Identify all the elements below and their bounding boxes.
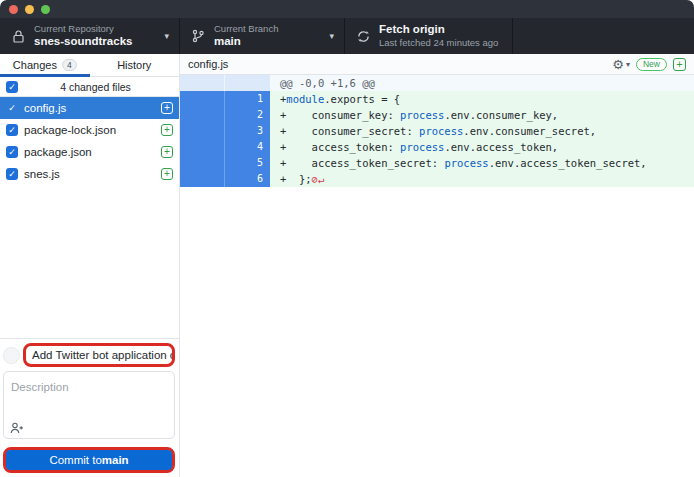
diff-gutter-old[interactable]	[180, 171, 225, 187]
diff-gutter-old[interactable]	[180, 123, 225, 139]
code-keyword: process	[419, 125, 463, 137]
chevron-down-icon: ▾	[164, 31, 169, 41]
expand-diff-button[interactable]: +	[673, 58, 686, 71]
lock-icon	[10, 30, 26, 43]
file-row[interactable]: ✓snes.js+	[0, 163, 179, 185]
diff-line-number[interactable]: 3	[225, 123, 270, 139]
git-branch-icon	[190, 29, 206, 43]
current-repository-button[interactable]: Current Repository snes-soundtracks ▾	[0, 18, 180, 54]
diff-gutter-old[interactable]	[180, 107, 225, 123]
chevron-down-icon: ▾	[329, 31, 334, 41]
gear-icon: ⚙	[612, 58, 624, 71]
close-button[interactable]	[9, 5, 18, 14]
repository-name: snes-soundtracks	[34, 35, 160, 49]
hunk-header-row: @@ -0,0 +1,6 @@	[180, 75, 694, 91]
repository-label: Current Repository	[34, 23, 160, 34]
hunk-gutter	[225, 75, 270, 91]
file-list: ✓config.js+✓package-lock.json+✓package.j…	[0, 97, 179, 185]
code-keyword: process	[400, 109, 444, 121]
annotation-summary-highlight: Add Twitter bot application code	[23, 343, 175, 367]
fetch-label: Fetch origin	[379, 23, 502, 37]
description-placeholder: Description	[11, 381, 69, 393]
file-checkbox[interactable]: ✓	[6, 146, 18, 158]
file-name: config.js	[24, 102, 155, 114]
added-file-icon: +	[161, 124, 173, 136]
sync-icon	[355, 30, 371, 43]
fetch-status: Last fetched 24 minutes ago	[379, 37, 502, 48]
annotation-commit-highlight: Commit to main	[3, 447, 175, 473]
toolbar-spacer	[513, 18, 694, 54]
diff-line-number[interactable]: 1	[225, 91, 270, 107]
tab-bar: Changes 4 History	[0, 54, 179, 77]
tab-changes[interactable]: Changes 4	[0, 54, 90, 76]
changed-files-count: 4 changed files	[18, 81, 173, 93]
code-segment: + };	[280, 173, 312, 185]
code-keyword: process	[400, 141, 444, 153]
diff-line: 3+ consumer_secret: process.env.consumer…	[180, 123, 694, 139]
diff-line-code: + };⊘↵	[270, 171, 694, 187]
diff-line-code: + consumer_key: process.env.consumer_key…	[270, 107, 694, 123]
new-file-badge: New	[636, 58, 667, 71]
sidebar: Changes 4 History ✓ 4 changed files ✓con…	[0, 54, 180, 477]
added-file-icon: +	[161, 102, 173, 114]
diff-view: @@ -0,0 +1,6 @@ 1+module.exports = {2+ c…	[180, 75, 694, 477]
add-coauthor-button[interactable]	[10, 422, 24, 434]
tab-history-label: History	[117, 59, 151, 71]
file-checkbox[interactable]: ✓	[6, 124, 18, 136]
diff-line-code: + access_token_secret: process.env.acces…	[270, 155, 694, 171]
file-name: snes.js	[24, 168, 155, 180]
file-checkbox[interactable]: ✓	[6, 102, 18, 114]
code-segment: + consumer_key:	[280, 109, 400, 121]
code-segment: .exports = {	[324, 93, 400, 105]
summary-input[interactable]: Add Twitter bot application code	[26, 346, 172, 364]
tab-changes-label: Changes	[13, 59, 57, 71]
branch-name: main	[214, 35, 325, 49]
added-file-icon: +	[161, 146, 173, 158]
added-file-icon: +	[161, 168, 173, 180]
diff-line-number[interactable]: 5	[225, 155, 270, 171]
diff-line-code: + access_token: process.env.access_token…	[270, 139, 694, 155]
minimize-button[interactable]	[25, 5, 34, 14]
diff-file-name: config.js	[188, 58, 612, 70]
commit-button[interactable]: Commit to main	[6, 450, 172, 470]
no-newline-icon: ⊘↵	[312, 173, 325, 185]
file-row[interactable]: ✓package.json+	[0, 141, 179, 163]
diff-line-code: +module.exports = {	[270, 91, 694, 107]
changes-count-badge: 4	[62, 59, 77, 71]
zoom-button[interactable]	[41, 5, 50, 14]
file-checkbox[interactable]: ✓	[6, 168, 18, 180]
diff-gutter-old[interactable]	[180, 139, 225, 155]
hunk-gutter	[180, 75, 225, 91]
diff-line: 6+ };⊘↵	[180, 171, 694, 187]
code-segment: + access_token:	[280, 141, 400, 153]
diff-panel: config.js ⚙ ▾ New + @@ -0,0 +1,6 @@ 1+mo…	[180, 54, 694, 477]
diff-line-number[interactable]: 2	[225, 107, 270, 123]
app-window: Current Repository snes-soundtracks ▾ Cu…	[0, 0, 694, 477]
current-branch-button[interactable]: Current Branch main ▾	[180, 18, 345, 54]
fetch-origin-button[interactable]: Fetch origin Last fetched 24 minutes ago	[345, 18, 513, 54]
file-row[interactable]: ✓config.js+	[0, 97, 179, 119]
diff-line-code: + consumer_secret: process.env.consumer_…	[270, 123, 694, 139]
tab-history[interactable]: History	[90, 54, 180, 76]
changed-files-header: ✓ 4 changed files	[0, 77, 179, 97]
diff-line: 1+module.exports = {	[180, 91, 694, 107]
commit-button-prefix: Commit to	[49, 454, 101, 466]
diff-gutter-old[interactable]	[180, 155, 225, 171]
diff-options-button[interactable]: ⚙ ▾	[612, 58, 630, 71]
chevron-down-icon: ▾	[626, 60, 630, 69]
file-name: package.json	[24, 146, 155, 158]
diff-line-number[interactable]: 4	[225, 139, 270, 155]
file-row[interactable]: ✓package-lock.json+	[0, 119, 179, 141]
code-segment: + access_token_secret:	[280, 157, 444, 169]
toolbar: Current Repository snes-soundtracks ▾ Cu…	[0, 18, 694, 54]
description-textarea[interactable]: Description	[3, 371, 175, 439]
hunk-header-text: @@ -0,0 +1,6 @@	[270, 75, 694, 91]
diff-lines: 1+module.exports = {2+ consumer_key: pro…	[180, 91, 694, 187]
code-segment: .env.consumer_secret,	[463, 125, 596, 137]
diff-gutter-old[interactable]	[180, 91, 225, 107]
code-keyword: process	[444, 157, 488, 169]
select-all-checkbox[interactable]: ✓	[6, 81, 18, 93]
code-keyword: module	[286, 93, 324, 105]
code-segment: .env.access_token_secret,	[489, 157, 647, 169]
diff-line-number[interactable]: 6	[225, 171, 270, 187]
